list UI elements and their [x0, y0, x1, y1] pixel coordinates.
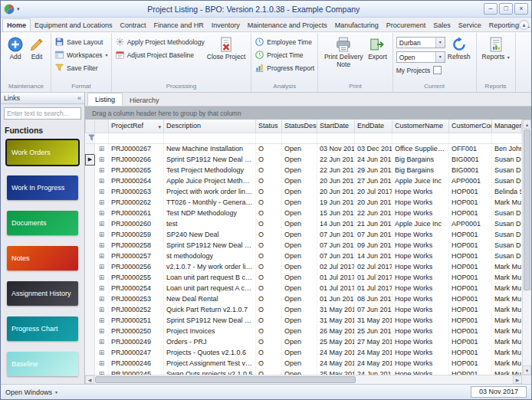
- table-row[interactable]: ⊞PRJ0000257st methodologyOOpen07 Jun 201…: [86, 251, 522, 261]
- row-expand-button[interactable]: ⊞: [95, 347, 109, 358]
- ribbon-tab-reporting[interactable]: Reporting: [485, 19, 523, 31]
- adjust-project-baseline-button[interactable]: Adjust Project Baseline: [115, 50, 205, 60]
- scroll-right-button[interactable]: ▶: [513, 375, 522, 384]
- filter-cell-projectref[interactable]: [109, 133, 164, 143]
- chevron-down-icon[interactable]: ▾: [55, 389, 57, 395]
- horizontal-scroll-track[interactable]: [94, 375, 513, 384]
- add-button[interactable]: Add: [5, 34, 26, 63]
- table-row[interactable]: ⊞PRJ0000253New Deal RentalOOpen01 Jun 20…: [86, 293, 522, 304]
- function-tile-documents[interactable]: Documents: [7, 211, 78, 235]
- filter-cell-description[interactable]: [164, 133, 256, 143]
- table-row[interactable]: ⊞PRJ0000261Test NDP MethodologyOOpen15 J…: [86, 208, 522, 218]
- row-expand-button[interactable]: ⊞: [95, 315, 109, 326]
- ribbon-tab-maintenance-and-projects[interactable]: Maintenance and Projects: [244, 19, 331, 31]
- minimize-button[interactable]: –: [484, 3, 498, 15]
- edit-button[interactable]: Edit: [26, 34, 48, 63]
- table-row[interactable]: ⊞PRJ0000256v2.1.0.7 - My work order link…: [86, 261, 522, 272]
- filter-cell-enddate[interactable]: [355, 133, 392, 143]
- column-header-statusdesc[interactable]: StatusDesc: [282, 120, 317, 133]
- row-expand-button[interactable]: ⊞: [95, 240, 109, 251]
- apply-project-methodology-button[interactable]: Apply Project Methodology: [115, 37, 205, 47]
- vertical-scroll-thumb[interactable]: [524, 130, 530, 290]
- function-tile-notes[interactable]: Notes: [7, 246, 78, 270]
- row-expand-button[interactable]: ⊞: [95, 293, 109, 304]
- row-expand-button[interactable]: ⊞: [95, 229, 109, 240]
- table-row[interactable]: ⊞PRJ0000259SP240 New DealOOpen07 Jun 201…: [86, 229, 522, 240]
- ribbon-tab-contract[interactable]: Contract: [117, 19, 150, 31]
- my-projects-checkbox[interactable]: [433, 66, 442, 74]
- row-expand-button[interactable]: ⊞: [95, 358, 109, 369]
- table-row[interactable]: ⊞PRJ0000258Sprint SP1912 New Deal SaleOO…: [86, 240, 522, 251]
- row-expand-button[interactable]: ⊞: [95, 326, 109, 336]
- ribbon-tab-service[interactable]: Service: [455, 19, 485, 31]
- row-expand-button[interactable]: ⊞: [95, 165, 109, 175]
- quick-access-dropdown-icon[interactable]: ▾: [17, 6, 20, 12]
- site-select[interactable]: Durban ▾: [396, 37, 445, 48]
- row-expand-button[interactable]: ⊞: [95, 208, 109, 218]
- ribbon-tab-sales[interactable]: Sales: [429, 19, 455, 31]
- filter-cell-customercode[interactable]: [449, 133, 492, 143]
- table-row[interactable]: ⊞PRJ0000260testOOpen14 Jun 201721 Jun 20…: [86, 218, 522, 229]
- scroll-left-button[interactable]: ◀: [85, 375, 94, 384]
- row-expand-button[interactable]: ⊞: [95, 218, 109, 229]
- table-row[interactable]: ⊞PRJ0000254Loan unit part request A clas…: [86, 283, 522, 293]
- row-expand-button[interactable]: ⊞: [95, 369, 109, 375]
- column-header-customername[interactable]: CustomerName: [392, 120, 449, 133]
- table-row[interactable]: ⊞PRJ0000246Project Assignment Test v2.1.…: [86, 358, 522, 369]
- column-header-enddate[interactable]: EndDate: [355, 120, 392, 133]
- ribbon-collapse-icon[interactable]: ▴: [519, 20, 529, 30]
- function-tile-work-in-progress[interactable]: Work In Progress: [7, 175, 78, 200]
- filter-cell-managername[interactable]: [492, 133, 522, 143]
- table-row[interactable]: ⊞PRJ0000265Test Project MethodologyOOpen…: [86, 165, 522, 175]
- row-expand-button[interactable]: ⊞: [95, 283, 109, 293]
- ribbon-tab-manufacturing[interactable]: Manufacturing: [331, 19, 383, 31]
- close-project-button[interactable]: Close Project: [205, 34, 248, 63]
- search-input[interactable]: [4, 107, 81, 120]
- row-expand-button[interactable]: ⊞: [95, 272, 109, 283]
- project-time-button[interactable]: Project Time: [255, 50, 314, 60]
- row-expand-button[interactable]: ⊞: [95, 336, 109, 347]
- print-delivery-note-button[interactable]: Print Delivery Note: [321, 34, 366, 70]
- filter-cell-startdate[interactable]: [317, 133, 355, 143]
- ribbon-tab-equipment-and-locations[interactable]: Equipment and Locations: [31, 19, 117, 31]
- vertical-scrollbar[interactable]: ▲ ▼: [522, 120, 531, 375]
- ribbon-tab-inventory[interactable]: Inventory: [208, 19, 244, 31]
- table-row[interactable]: ⊞PRJ0000263Project with work order linke…: [86, 186, 522, 197]
- save-filter-button[interactable]: Save Filter: [54, 63, 108, 73]
- open-windows-button[interactable]: Open Windows: [5, 389, 52, 396]
- employee-time-button[interactable]: Employee Time: [255, 37, 314, 47]
- table-row[interactable]: ⊞PRJ0000251Sprint SP1912 New Deal SaleOO…: [86, 315, 522, 326]
- scroll-up-button[interactable]: ▲: [523, 120, 531, 129]
- row-expand-button[interactable]: ⊞: [95, 175, 109, 186]
- row-expand-button[interactable]: ⊞: [95, 154, 109, 165]
- column-filter-dropdown-icon[interactable]: ▾: [158, 124, 161, 130]
- view-tab-listing[interactable]: Listing: [87, 93, 123, 106]
- my-projects-checkbox-row[interactable]: My Projects: [396, 66, 445, 74]
- row-expand-button[interactable]: ⊞: [95, 261, 109, 272]
- table-row[interactable]: ▶⊞PRJ0000266Sprint SP1912 New Deal SaleO…: [86, 154, 522, 165]
- row-expand-button[interactable]: ⊞: [95, 304, 109, 315]
- table-row[interactable]: ⊞PRJ0000262TT026 - Monthly - Generate Pr…: [86, 197, 522, 208]
- ribbon-tab-home[interactable]: Home: [2, 18, 31, 31]
- refresh-button[interactable]: Refresh: [445, 34, 473, 63]
- row-expand-button[interactable]: ⊞: [95, 143, 109, 154]
- horizontal-scrollbar[interactable]: ◀ ▶: [85, 375, 531, 384]
- ribbon-tab-procurement[interactable]: Procurement: [383, 19, 430, 31]
- function-tile-assignment-history[interactable]: Assignment History: [7, 281, 78, 306]
- reports-button[interactable]: Reports ▾: [480, 34, 512, 63]
- filter-funnel-icon[interactable]: [86, 133, 95, 143]
- status-date[interactable]: 03 Nov 2017: [471, 386, 527, 398]
- table-row[interactable]: ⊞PRJ0000249Orders - PRJOOpen25 May 20172…: [86, 336, 522, 347]
- table-row[interactable]: ⊞PRJ0000267New Machine InstallationOOpen…: [86, 143, 522, 154]
- filter-cell-customername[interactable]: [392, 133, 449, 143]
- status-select[interactable]: Open ▾: [396, 51, 445, 63]
- column-header-status[interactable]: Status: [256, 120, 282, 133]
- column-header-customercode[interactable]: CustomerCode: [449, 120, 492, 133]
- view-tab-hierarchy[interactable]: Hierarchy: [123, 94, 166, 106]
- save-layout-button[interactable]: Save Layout: [54, 37, 108, 47]
- column-header-startdate[interactable]: StartDate: [317, 120, 355, 133]
- filter-cell-statusdesc[interactable]: [282, 133, 317, 143]
- horizontal-scroll-thumb[interactable]: [95, 376, 356, 383]
- group-by-panel[interactable]: Drag a column header here to group by th…: [85, 107, 531, 120]
- table-row[interactable]: ⊞PRJ0000250Project InvoicesOOpen26 May 2…: [86, 326, 522, 336]
